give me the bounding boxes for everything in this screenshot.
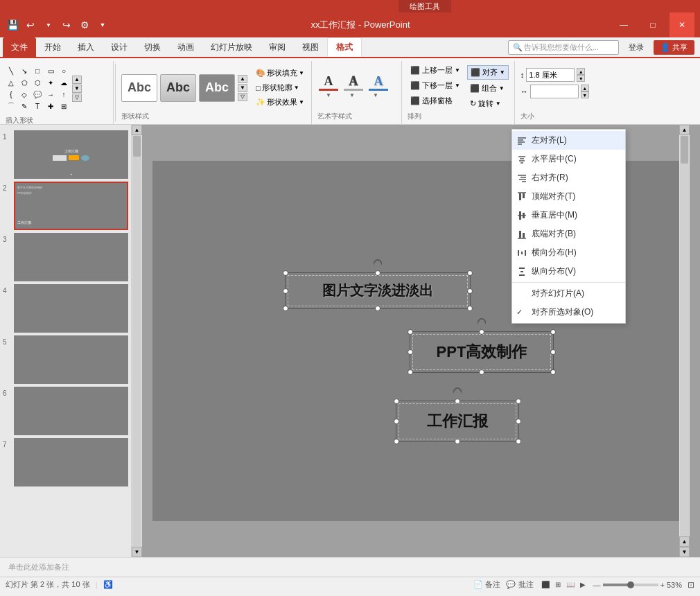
styles-scroll-up[interactable]: ▲ bbox=[238, 75, 247, 83]
redo-icon[interactable]: ↪ bbox=[60, 18, 73, 32]
zoom-handle[interactable] bbox=[627, 581, 634, 588]
shapes-scroll-expand[interactable]: ▽ bbox=[72, 94, 82, 102]
zoom-plus[interactable]: + bbox=[660, 581, 665, 589]
handle-ml-2[interactable] bbox=[408, 349, 413, 355]
slide-item-4[interactable]: 4 bbox=[3, 284, 128, 333]
handle-tm-1[interactable] bbox=[375, 270, 380, 276]
rotate-dropdown-icon[interactable]: ▼ bbox=[496, 100, 501, 107]
shape-cloud[interactable]: ☁ bbox=[58, 77, 69, 88]
slide-scroll-down[interactable]: ▼ bbox=[132, 547, 142, 557]
slide-scroll-thumb[interactable] bbox=[133, 136, 141, 157]
slide-item-1[interactable]: 1 工作汇报 ★ bbox=[3, 130, 128, 179]
handle-ml-3[interactable] bbox=[394, 419, 399, 424]
handle-bm-1[interactable] bbox=[375, 306, 380, 311]
height-input[interactable] bbox=[526, 68, 575, 82]
tab-home[interactable]: 开始 bbox=[36, 37, 69, 57]
slide-item-2[interactable]: 2 数字名片网络营销的 PP内容制作 工作汇报 bbox=[3, 182, 128, 230]
shape-hexagon[interactable]: ⬡ bbox=[32, 77, 43, 88]
bring-forward-button[interactable]: ⬛ 上移一层 ▼ bbox=[408, 64, 463, 77]
slide-thumb-3[interactable] bbox=[14, 233, 128, 281]
height-down[interactable]: ▼ bbox=[577, 75, 585, 82]
shape-line[interactable]: ╲ bbox=[6, 65, 17, 76]
slide-thumb-6[interactable] bbox=[14, 387, 128, 435]
tab-transitions[interactable]: 切换 bbox=[136, 37, 169, 57]
rotate-handle-1[interactable] bbox=[372, 258, 384, 270]
selection-pane-button[interactable]: ⬛ 选择窗格 bbox=[408, 94, 463, 107]
textbox-2[interactable]: PPT高效制作 bbox=[412, 334, 551, 370]
shape-circle[interactable]: ○ bbox=[58, 65, 69, 76]
handle-tl-3[interactable] bbox=[394, 398, 399, 404]
canvas-scroll-track[interactable] bbox=[680, 135, 689, 536]
tab-file[interactable]: 文件 bbox=[3, 37, 36, 57]
canvas-scroll-down[interactable]: ▼ bbox=[679, 547, 690, 557]
shape-callout[interactable]: 💬 bbox=[32, 89, 43, 100]
shape-up-arrow[interactable]: ↑ bbox=[58, 89, 69, 100]
handle-mr-1[interactable] bbox=[467, 288, 473, 294]
rotate-handle-3[interactable] bbox=[452, 386, 464, 398]
effect-dropdown-icon[interactable]: ▼ bbox=[299, 99, 304, 105]
note-bar[interactable]: 单击此处添加备注 bbox=[0, 557, 700, 577]
shape-rect[interactable]: □ bbox=[32, 65, 43, 76]
textbox-3[interactable]: 工作汇报 bbox=[399, 403, 516, 439]
handle-tr-1[interactable] bbox=[467, 270, 473, 276]
zoom-slider[interactable] bbox=[603, 584, 658, 586]
shape-arrow[interactable]: ↘ bbox=[19, 65, 30, 76]
distribute-v-item[interactable]: 纵向分布(V) bbox=[512, 262, 625, 281]
slide-item-6[interactable]: 6 bbox=[3, 387, 128, 435]
handle-bl-3[interactable] bbox=[394, 439, 399, 444]
shape-pentagon[interactable]: ⬠ bbox=[19, 77, 30, 88]
handle-mr-3[interactable] bbox=[516, 419, 521, 424]
tab-design[interactable]: 设计 bbox=[103, 37, 136, 57]
slide-item-7[interactable]: 7 bbox=[3, 438, 128, 487]
tab-animations[interactable]: 动画 bbox=[169, 37, 202, 57]
handle-tr-3[interactable] bbox=[516, 398, 521, 404]
text-fill-button[interactable]: A bbox=[317, 74, 340, 91]
slide-thumb-2[interactable]: 数字名片网络营销的 PP内容制作 工作汇报 bbox=[14, 182, 128, 230]
styles-scroll-expand[interactable]: ▽ bbox=[238, 93, 247, 101]
fit-btn[interactable]: ⊡ bbox=[688, 580, 694, 590]
presentation-btn[interactable]: ▶ bbox=[578, 580, 588, 589]
shape-right-arrow[interactable]: → bbox=[45, 89, 56, 100]
send-backward-button[interactable]: ⬛ 下移一层 ▼ bbox=[408, 79, 463, 92]
customize-icon[interactable]: ⚙ bbox=[78, 18, 91, 32]
handle-tl-2[interactable] bbox=[408, 329, 413, 335]
shape-star[interactable]: ✦ bbox=[45, 77, 56, 88]
styles-scroll-down[interactable]: ▼ bbox=[238, 84, 247, 92]
align-button[interactable]: ⬛ 对齐 ▼ bbox=[467, 65, 509, 80]
handle-bl-1[interactable] bbox=[283, 306, 288, 311]
handle-tm-3[interactable] bbox=[455, 398, 460, 404]
bring-forward-dropdown[interactable]: ▼ bbox=[455, 67, 460, 73]
shape-bracket[interactable]: { bbox=[6, 89, 17, 100]
tab-format[interactable]: 格式 bbox=[327, 37, 362, 57]
handle-br-2[interactable] bbox=[550, 369, 556, 375]
handle-mr-2[interactable] bbox=[550, 349, 556, 355]
handle-br-1[interactable] bbox=[467, 306, 473, 311]
tab-slideshow[interactable]: 幻灯片放映 bbox=[202, 37, 261, 57]
rotate-handle-2[interactable] bbox=[476, 317, 488, 328]
comments-label[interactable]: 💬 批注 bbox=[506, 579, 533, 590]
search-bar[interactable]: 🔍 告诉我您想要做什么... bbox=[508, 40, 619, 55]
shape-more[interactable]: ⊞ bbox=[58, 100, 69, 112]
handle-bm-3[interactable] bbox=[455, 439, 460, 444]
align-center-h-item[interactable]: 水平居中(C) bbox=[512, 150, 625, 168]
text-outline-button[interactable]: A bbox=[342, 74, 365, 91]
width-down[interactable]: ▼ bbox=[581, 91, 589, 98]
shape-style-2[interactable]: Abc bbox=[160, 74, 196, 102]
slide-thumb-5[interactable] bbox=[14, 335, 128, 384]
save-icon[interactable]: 💾 bbox=[6, 18, 19, 32]
group-button[interactable]: ⬛ 组合 ▼ bbox=[467, 82, 509, 95]
slide-item-5[interactable]: 5 bbox=[3, 335, 128, 384]
text-effect-button[interactable]: A bbox=[367, 74, 390, 91]
align-center-v-item[interactable]: 垂直居中(M) bbox=[512, 206, 625, 225]
textbox-1[interactable]: 图片文字淡进淡出 bbox=[288, 275, 468, 306]
login-button[interactable]: 登录 bbox=[624, 41, 648, 54]
minimize-button[interactable]: — bbox=[611, 12, 636, 37]
handle-ml-1[interactable] bbox=[283, 288, 288, 294]
slide-thumb-7[interactable] bbox=[14, 438, 128, 487]
shapes-scroll-down[interactable]: ▼ bbox=[72, 85, 82, 93]
handle-tl-1[interactable] bbox=[283, 270, 288, 276]
width-input[interactable] bbox=[530, 85, 579, 98]
handle-tm-2[interactable] bbox=[479, 329, 484, 335]
slide-thumb-1[interactable]: 工作汇报 ★ bbox=[14, 130, 128, 179]
maximize-button[interactable]: □ bbox=[640, 12, 665, 37]
